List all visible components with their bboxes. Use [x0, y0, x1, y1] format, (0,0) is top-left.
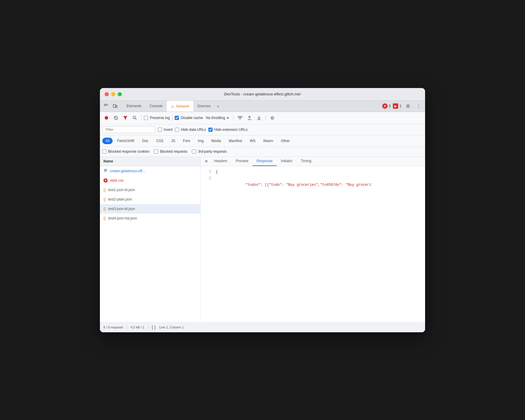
more-menu-icon[interactable]: ⋮ — [414, 102, 423, 110]
svg-point-15 — [240, 119, 240, 120]
hide-ext-checkbox[interactable] — [208, 128, 213, 132]
type-btn-css[interactable]: CSS — [153, 138, 167, 144]
type-btn-wasm-label: Wasm — [263, 139, 273, 143]
response-line-2: 2 "todos": [{"todo": "Buy groceries","to… — [205, 175, 420, 195]
file-name: style.css — [110, 178, 124, 183]
blocked-cookies-checkbox[interactable] — [102, 149, 106, 154]
separator-4 — [265, 115, 266, 121]
invert-label[interactable]: Invert — [158, 128, 173, 132]
preview-tab-label: Preview — [236, 159, 248, 163]
detail-close-button[interactable]: ✕ — [203, 158, 210, 165]
blocked-requests-label[interactable]: Blocked requests — [154, 149, 187, 154]
network-settings-icon[interactable]: ⚙ — [268, 114, 276, 122]
disable-cache-label[interactable]: Disable cache — [175, 116, 203, 120]
svg-rect-4 — [106, 104, 108, 104]
hide-data-checkbox[interactable] — [175, 128, 179, 132]
list-item[interactable]: {} test3-json-ld.json — [100, 204, 200, 214]
minimize-button[interactable] — [111, 92, 115, 96]
detail-tab-timing[interactable]: Timing — [296, 157, 315, 166]
tab-elements[interactable]: Elements — [122, 100, 145, 112]
download-icon[interactable] — [255, 114, 263, 122]
type-btn-all[interactable]: All — [102, 138, 113, 144]
type-btn-media[interactable]: Media — [208, 138, 224, 144]
third-party-label[interactable]: 3rd-party requests — [192, 149, 226, 154]
response-content: 1 { 2 "todos": [{"todo": "Buy groceries"… — [200, 166, 425, 322]
error-icon: ✕ — [103, 178, 108, 183]
elements-tab-label: Elements — [127, 104, 141, 108]
file-name: test1-json-ld.json — [108, 188, 135, 192]
record-button[interactable] — [102, 114, 111, 122]
list-item[interactable]: ✕ style.css — [100, 176, 200, 185]
type-filter-bar: All Fetch/XHR Doc CSS JS Font Img Media — [100, 136, 425, 147]
type-btn-doc-label: Doc — [142, 139, 148, 143]
hide-data-label[interactable]: Hide data URLs — [175, 128, 206, 132]
type-btn-doc[interactable]: Doc — [139, 138, 152, 144]
blocked-requests-checkbox[interactable] — [154, 149, 158, 154]
type-btn-img-label: Img — [198, 139, 204, 143]
tab-network[interactable]: ⚠ Network — [167, 100, 193, 112]
hide-ext-label[interactable]: Hide extension URLs — [208, 128, 248, 132]
type-btn-other-label: Other — [281, 139, 290, 143]
svg-rect-7 — [113, 105, 116, 108]
clear-button[interactable] — [112, 114, 120, 122]
settings-icon[interactable]: ⚙ — [404, 102, 412, 110]
invert-checkbox[interactable] — [158, 128, 162, 132]
format-icon: { } — [152, 325, 155, 330]
svg-rect-8 — [116, 105, 117, 108]
initiator-tab-label: Initiator — [281, 159, 292, 163]
line-number-2: 2 — [205, 175, 211, 195]
detail-tab-response[interactable]: Response — [252, 157, 277, 166]
detail-tab-preview[interactable]: Preview — [231, 157, 252, 166]
svg-rect-3 — [104, 106, 106, 106]
inspect-icon[interactable] — [102, 102, 110, 110]
json-colon: : — [260, 183, 265, 187]
tab-overflow-button[interactable]: » — [215, 103, 221, 110]
list-item[interactable]: {} test1-json-ld.json — [100, 185, 200, 195]
search-button[interactable] — [131, 114, 139, 122]
wifi-icon[interactable] — [236, 114, 244, 122]
file-list-header: Name — [100, 157, 200, 166]
svg-point-13 — [133, 116, 136, 119]
json-key: "todos" — [246, 183, 260, 187]
tab-sources[interactable]: Sources — [193, 100, 215, 112]
hide-ext-text: Hide extension URLs — [214, 128, 248, 132]
type-btn-ws[interactable]: WS — [247, 138, 259, 144]
network-tab-warning: ⚠ — [171, 104, 174, 109]
doc-icon — [103, 168, 108, 173]
traffic-lights — [105, 92, 122, 96]
maximize-button[interactable] — [118, 92, 122, 96]
json-icon: {} — [103, 207, 106, 211]
filter-input[interactable] — [102, 126, 155, 133]
third-party-checkbox[interactable] — [192, 149, 196, 154]
preserve-log-checkbox[interactable] — [144, 116, 148, 120]
type-btn-other[interactable]: Other — [278, 138, 293, 144]
separator-2 — [172, 115, 172, 121]
throttle-select[interactable]: No throttling ▼ — [204, 115, 231, 121]
list-item[interactable]: cream-gelatinous-eff... — [100, 166, 200, 176]
preserve-log-label[interactable]: Preserve log — [144, 116, 170, 120]
tab-console[interactable]: Console — [145, 100, 167, 112]
close-button[interactable] — [105, 92, 109, 96]
detail-tab-headers[interactable]: Headers — [210, 157, 231, 166]
extra-filter-bar: Blocked response cookies Blocked request… — [100, 147, 425, 157]
cursor-position: Line 1, Column 1 — [159, 325, 184, 329]
detail-tab-initiator[interactable]: Initiator — [277, 157, 296, 166]
disable-cache-checkbox[interactable] — [175, 116, 179, 120]
upload-icon[interactable] — [245, 114, 254, 122]
warn-count: 1 — [399, 104, 401, 108]
type-btn-manifest[interactable]: Manifest — [226, 138, 245, 144]
type-btn-fetch[interactable]: Fetch/XHR — [114, 138, 138, 144]
type-btn-font[interactable]: Font — [180, 138, 193, 144]
device-toolbar-icon[interactable] — [111, 102, 119, 110]
list-item[interactable]: {} test2-plain.json — [100, 195, 200, 204]
type-btn-wasm[interactable]: Wasm — [260, 138, 277, 144]
throttle-label: No throttling — [206, 116, 225, 120]
type-btn-img[interactable]: Img — [195, 138, 207, 144]
title-bar: DevTools - cream-gelatinous-effect.glitc… — [100, 88, 425, 101]
type-btn-media-label: Media — [211, 139, 221, 143]
svg-rect-1 — [104, 105, 106, 105]
blocked-cookies-label[interactable]: Blocked response cookies — [102, 149, 149, 154]
filter-button[interactable] — [121, 114, 129, 122]
list-item[interactable]: {} test4-json-hal.json — [100, 214, 200, 223]
type-btn-js[interactable]: JS — [168, 138, 179, 144]
